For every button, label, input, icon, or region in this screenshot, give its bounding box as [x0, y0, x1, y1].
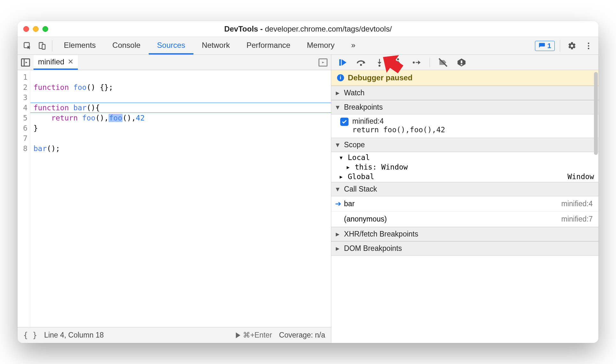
svg-point-11 [397, 58, 399, 60]
coverage-status: Coverage: n/a [279, 331, 325, 339]
file-tab-label: minified [38, 57, 64, 66]
step-out-icon[interactable] [393, 57, 403, 68]
scope-local[interactable]: ▾ Local [331, 152, 598, 163]
pause-on-exceptions-icon[interactable] [456, 57, 467, 68]
line-number: 6 [18, 123, 27, 133]
tab-console[interactable]: Console [104, 37, 149, 55]
titlebar: DevTools - developer.chrome.com/tags/dev… [18, 21, 598, 37]
separator [560, 40, 560, 52]
scope-global[interactable]: ▸ Global Window [331, 171, 598, 182]
kebab-menu-icon[interactable] [582, 39, 595, 53]
code-editor[interactable]: 1 2 3 4 5 6 7 8 function foo() {}; funct… [18, 70, 331, 327]
line-number: 2 [18, 82, 27, 92]
close-tab-icon[interactable]: ✕ [68, 58, 73, 66]
svg-rect-8 [339, 59, 341, 66]
svg-rect-2 [42, 44, 45, 49]
breakpoint-label: minified:4 [352, 117, 445, 126]
svg-rect-13 [461, 60, 462, 63]
tab-elements[interactable]: Elements [56, 37, 104, 55]
separator [52, 40, 52, 52]
panel-tabs: Elements Console Sources Network Perform… [56, 37, 364, 55]
tab-performance[interactable]: Performance [238, 37, 298, 55]
tab-sources[interactable]: Sources [149, 37, 193, 55]
breakpoints-section-header[interactable]: Breakpoints [331, 100, 598, 114]
svg-point-4 [588, 45, 590, 47]
debugger-toolbar [331, 55, 598, 70]
dom-breakpoints-section-header[interactable]: DOM Breakpoints [331, 241, 598, 256]
editor-pane: minified ✕ 1 2 3 4 5 6 7 8 fun [18, 55, 331, 343]
svg-point-9 [360, 64, 362, 66]
resume-button-icon[interactable] [337, 57, 348, 68]
scope-this[interactable]: ▸ this: Window [331, 163, 598, 171]
svg-rect-14 [461, 64, 462, 65]
inspect-element-icon[interactable] [21, 39, 34, 53]
xhr-breakpoints-section-header[interactable]: XHR/fetch Breakpoints [331, 227, 598, 241]
svg-point-5 [588, 47, 590, 49]
issues-button[interactable]: 1 [535, 41, 555, 51]
title-host: developer.chrome.com/tags/devtools/ [265, 25, 392, 33]
deactivate-breakpoints-icon[interactable] [438, 57, 448, 68]
info-icon: i [337, 74, 344, 81]
play-icon [236, 332, 240, 338]
editor-tabstrip: minified ✕ [18, 55, 331, 70]
scrollbar[interactable] [593, 70, 598, 343]
devtools-window: DevTools - developer.chrome.com/tags/dev… [18, 21, 598, 343]
svg-point-10 [379, 64, 380, 66]
main-tabstrip: Elements Console Sources Network Perform… [18, 37, 598, 55]
line-number: 5 [18, 113, 27, 123]
callstack-section-header[interactable]: Call Stack [331, 182, 598, 196]
title-prefix: DevTools - [224, 25, 265, 33]
issues-count: 1 [547, 42, 551, 50]
watch-section-header[interactable]: Watch [331, 86, 598, 100]
debugger-paused-banner: i Debugger paused [331, 70, 598, 86]
tab-network[interactable]: Network [193, 37, 238, 55]
code-content: function foo() {}; function bar(){ retur… [30, 70, 331, 327]
device-toolbar-icon[interactable] [35, 39, 49, 53]
navigator-toggle-icon[interactable] [20, 57, 31, 68]
step-over-icon[interactable] [356, 57, 366, 68]
breakpoint-snippet: return foo(),foo(),42 [352, 126, 445, 134]
run-snippet-icon[interactable] [318, 57, 328, 68]
editor-statusbar: { } Line 4, Column 18 ⌘+Enter Coverage: … [18, 327, 331, 343]
cursor-position: Line 4, Column 18 [44, 331, 104, 339]
step-icon[interactable] [411, 57, 422, 68]
file-tab-minified[interactable]: minified ✕ [34, 55, 78, 70]
line-gutter: 1 2 3 4 5 6 7 8 [18, 70, 30, 327]
settings-icon[interactable] [565, 39, 579, 53]
scrollbar-thumb[interactable] [594, 72, 598, 155]
scope-section-header[interactable]: Scope [331, 138, 598, 152]
tab-memory[interactable]: Memory [299, 37, 343, 55]
main-split: minified ✕ 1 2 3 4 5 6 7 8 fun [18, 55, 598, 343]
run-hint[interactable]: ⌘+Enter [236, 331, 272, 339]
callstack-frame[interactable]: (anonymous) minified:7 [331, 212, 598, 227]
svg-point-3 [588, 42, 590, 44]
callstack-frame[interactable]: bar minified:4 [331, 196, 598, 212]
paused-label: Debugger paused [348, 73, 413, 82]
line-number: 4 [18, 103, 27, 113]
line-number: 3 [18, 92, 27, 103]
step-into-icon[interactable] [374, 57, 385, 68]
tabs-overflow[interactable]: » [343, 37, 364, 55]
pretty-print-icon[interactable]: { } [23, 331, 37, 340]
debugger-pane: i Debugger paused Watch Breakpoints mini… [331, 55, 598, 343]
line-number: 1 [18, 72, 27, 82]
breakpoint-row[interactable]: minified:4 return foo(),foo(),42 [340, 117, 594, 134]
line-number: 8 [18, 143, 27, 154]
breakpoint-checkbox[interactable] [340, 118, 349, 126]
breakpoints-section-body: minified:4 return foo(),foo(),42 [331, 114, 598, 138]
line-number: 7 [18, 133, 27, 143]
window-title: DevTools - developer.chrome.com/tags/dev… [18, 25, 598, 33]
separator [430, 58, 430, 67]
svg-point-12 [413, 61, 415, 63]
